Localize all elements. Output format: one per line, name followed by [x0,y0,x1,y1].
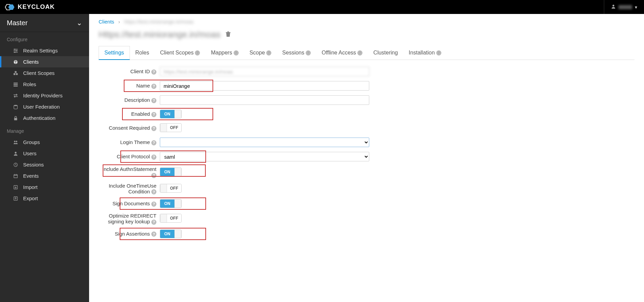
sidebar-item-client-scopes[interactable]: Client Scopes [0,67,89,79]
help-icon[interactable]: ? [151,232,156,237]
svg-point-18 [16,141,17,142]
keycloak-logo-icon [3,4,16,11]
brand-logo[interactable]: KEYCLOAK [0,3,55,11]
sidebar-item-clients[interactable]: Clients [0,56,89,67]
help-icon[interactable]: ? [151,220,156,225]
sign-assertions-toggle[interactable]: ON [160,229,182,238]
sidebar-section-configure: Configure [0,32,89,45]
cube-icon [13,59,18,65]
help-icon[interactable]: ? [151,173,156,178]
help-icon[interactable]: ? [266,50,271,55]
help-icon[interactable]: ? [436,50,441,55]
sidebar-item-label: Groups [23,139,40,145]
svg-rect-10 [16,73,18,75]
realm-selector[interactable]: Master ⌄ [0,14,89,32]
description-label: Description ? [99,97,160,103]
tab-roles[interactable]: Roles [130,46,155,60]
consent-required-toggle[interactable]: OFF [160,123,182,132]
svg-marker-1 [8,4,14,10]
client-protocol-select[interactable]: saml [160,152,369,161]
tab-label: Clustering [373,50,398,56]
sidebar-section-manage: Manage [0,124,89,137]
help-icon[interactable]: ? [151,112,156,117]
sidebar-item-label: Export [23,195,38,201]
help-icon[interactable]: ? [234,50,239,55]
help-icon[interactable]: ? [151,84,156,89]
sign-assertions-label: Sign Assertions ? [99,231,160,237]
name-input[interactable] [160,81,369,91]
svg-rect-21 [14,174,18,178]
tab-client-scopes[interactable]: Client Scopes? [155,46,206,60]
login-theme-label: Login Theme ? [99,139,160,145]
exchange-icon [13,93,18,98]
login-theme-select[interactable] [160,138,369,147]
breadcrumb-root[interactable]: Clients [99,19,114,25]
tab-sessions[interactable]: Sessions? [277,46,316,60]
sidebar-item-roles[interactable]: Roles [0,79,89,90]
tab-mappers[interactable]: Mappers? [205,46,244,60]
help-icon[interactable]: ? [151,69,156,75]
lock-icon [13,115,18,121]
include-authn-toggle[interactable]: ON [160,168,182,176]
help-icon[interactable]: ? [357,50,362,55]
sidebar-item-sessions[interactable]: Sessions [0,159,89,170]
sidebar-item-users[interactable]: Users [0,148,89,159]
sidebar-item-realm-settings[interactable]: Realm Settings [0,45,89,56]
sign-documents-toggle[interactable]: ON [160,199,182,208]
consent-required-label: Consent Required ? [99,125,160,131]
tab-installation[interactable]: Installation? [403,46,447,60]
user-icon [611,4,616,10]
chevron-down-icon: ▾ [635,4,637,10]
calendar-icon [13,173,18,179]
optimize-redirect-toggle[interactable]: OFF [160,214,182,223]
chevron-down-icon: ⌄ [77,19,82,27]
sidebar-item-label: Identity Providers [23,93,63,98]
help-icon[interactable]: ? [151,189,156,194]
sidebar-item-user-federation[interactable]: User Federation [0,101,89,112]
help-icon[interactable]: ? [151,98,156,103]
include-onetime-toggle[interactable]: OFF [160,184,182,193]
tab-label: Installation [409,50,435,56]
help-icon[interactable]: ? [195,50,200,55]
cubes-icon [13,70,18,76]
page-title-row: Https://test.miniorange.in/moas [99,29,634,40]
sidebar-item-groups[interactable]: Groups [0,137,89,148]
sidebar-item-label: Sessions [23,162,44,168]
breadcrumb: Clients › https://test.miniorange.in/moa… [99,19,634,25]
tab-clustering[interactable]: Clustering [368,46,403,60]
include-onetime-label: Include OneTimeUse Condition ? [99,183,160,195]
help-icon[interactable]: ? [151,126,156,131]
sidebar-item-label: Realm Settings [23,48,58,53]
help-icon[interactable]: ? [151,202,156,207]
optimize-redirect-label: Optimize REDIRECT signing key lookup ? [99,213,160,225]
sliders-icon [13,48,18,53]
sidebar-item-export[interactable]: Export [0,193,89,204]
import-icon [13,185,18,190]
user-name-blurred [618,5,632,9]
sidebar-item-authentication[interactable]: Authentication [0,112,89,124]
description-input[interactable] [160,95,369,105]
include-authn-label: Include AuthnStatement ? [99,166,160,178]
tab-label: Settings [104,50,124,56]
sidebar: Master ⌄ Configure Realm Settings Client… [0,14,89,302]
client-id-input[interactable] [160,67,369,76]
tab-label: Scope [250,50,265,56]
sidebar-item-identity-providers[interactable]: Identity Providers [0,90,89,101]
sidebar-item-events[interactable]: Events [0,170,89,181]
tab-offline-access[interactable]: Offline Access? [316,46,368,60]
delete-button[interactable] [225,31,231,38]
user-icon [13,151,18,156]
sidebar-item-import[interactable]: Import [0,181,89,193]
help-icon[interactable]: ? [306,50,311,55]
sidebar-item-label: Users [23,150,36,156]
tab-scope[interactable]: Scope? [244,46,277,60]
page-title-blurred: Https://test.miniorange.in/moas [99,29,220,40]
name-label: Name ? [99,83,160,89]
tab-settings[interactable]: Settings [99,46,130,60]
help-icon[interactable]: ? [151,155,156,160]
svg-rect-11 [15,71,16,73]
user-menu[interactable]: ▾ [604,0,637,14]
enabled-toggle[interactable]: ON [160,110,182,118]
help-icon[interactable]: ? [151,140,156,145]
svg-rect-9 [14,73,15,75]
